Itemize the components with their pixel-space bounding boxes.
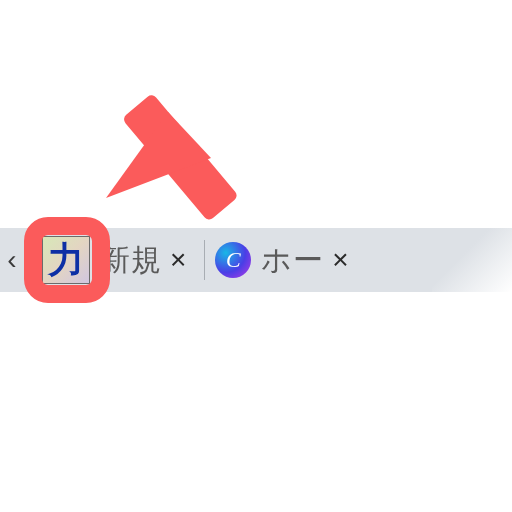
tab-favicon-canva[interactable]: C (215, 242, 251, 278)
tab-close-button[interactable]: × (170, 244, 186, 276)
tab-close-button[interactable]: × (332, 244, 348, 276)
annotation-highlight-box (24, 217, 110, 303)
tab-divider (204, 240, 205, 280)
annotation-arrow-icon (100, 30, 290, 220)
scroll-tabs-left-button[interactable]: ‹ (0, 244, 24, 276)
tab-title[interactable]: ホー (261, 240, 324, 281)
